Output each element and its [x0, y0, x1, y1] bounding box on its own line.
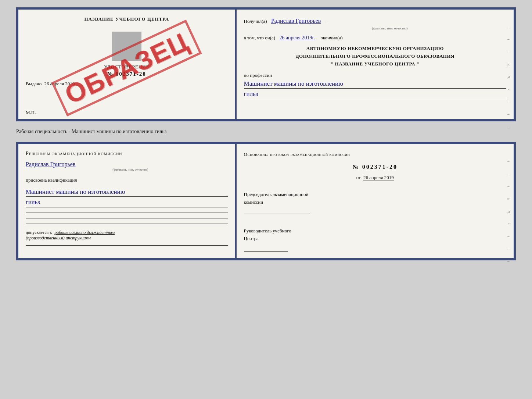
qualification-line2: гильз: [26, 197, 228, 207]
mp-row: М.П.: [26, 110, 36, 115]
issued-row: Выдано 26 апреля 2019: [26, 81, 228, 87]
head-sig-line: [244, 245, 288, 252]
decision-header: Решением экзаменационной комиссии: [26, 151, 228, 157]
bottom-right-panel: – – – и ,а ← – – – Основание: протокол э…: [237, 144, 514, 258]
issued-label: Выдано: [26, 81, 42, 86]
middle-label: Рабочая специальность - Машинист машины …: [16, 128, 516, 135]
top-left-panel: НАЗВАНИЕ УЧЕБНОГО ЦЕНТРА ОБРАЗЕЦ УДОСТОВ…: [18, 10, 235, 119]
edge-marks: – – – и ,а ← – – –: [507, 24, 511, 129]
photo-placeholder: [112, 32, 141, 61]
head-block: Руководитель учебного Центра: [244, 227, 506, 253]
bottom-number: № 002371-20: [244, 164, 506, 170]
person-name-block: Радислав Григорьев (фамилия, имя, отчест…: [26, 161, 228, 171]
bottom-date-label: от: [356, 175, 361, 180]
document-bottom: Решением экзаменационной комиссии Радисл…: [16, 142, 516, 260]
extra-lines: [26, 213, 228, 224]
basis-label: Основание: протокол экзаменационной коми…: [244, 151, 506, 158]
org-line2: ДОПОЛНИТЕЛЬНОГО ПРОФЕССИОНАЛЬНОГО ОБРАЗО…: [244, 53, 506, 60]
bottom-person-name: Радислав Григорьев: [26, 161, 75, 167]
bottom-line: [26, 245, 228, 246]
date-value: 26 апреля 2019г.: [279, 35, 315, 40]
top-right-panel: – – – и ,а ← – – – Получил(а) Радислав Г…: [237, 10, 514, 119]
допускается-label: допускается к: [26, 230, 52, 235]
profession-label: по профессии: [244, 72, 506, 78]
org-block: АВТОНОМНУЮ НЕКОММЕРЧЕСКУЮ ОРГАНИЗАЦИЮ ДО…: [244, 45, 506, 68]
date-row: в том, что он(а) 26 апреля 2019г. окончи…: [244, 34, 506, 42]
cert-block: УДОСТОВЕРЕНИЕ № 002371-20: [26, 29, 228, 77]
top-left-title: НАЗВАНИЕ УЧЕБНОГО ЦЕНТРА: [26, 16, 228, 22]
bottom-date-row: от 26 апреля 2019: [244, 175, 506, 181]
cert-number: № 002371-20: [107, 71, 146, 77]
chairman-label: Председатель экзаменационной: [244, 191, 506, 199]
qualification-value: Машинист машины по изготовлению: [26, 187, 228, 197]
chairman-block: Председатель экзаменационной комиссии: [244, 191, 506, 216]
line3: [26, 224, 228, 224]
допускается-line2: (производственным) инструкциям: [26, 235, 91, 241]
chairman-sig-line: [244, 207, 310, 214]
bottom-edge-marks: – – – и ,а ← – – –: [507, 159, 511, 263]
received-row: Получил(а) Радислав Григорьев – (фамилия…: [244, 16, 506, 31]
date-label: в том, что он(а): [244, 35, 276, 40]
chairman-label2: комиссии: [244, 199, 506, 206]
qualification-label: присвоена квалификация: [26, 177, 228, 184]
cert-label: УДОСТОВЕРЕНИЕ: [104, 64, 150, 70]
finished-label: окончил(а): [320, 35, 342, 40]
profession-line2: гильз: [244, 89, 506, 99]
допускается-block: допускается к работе согласно должностны…: [26, 230, 228, 241]
profession-value: Машинист машины по изготовлению: [244, 79, 506, 89]
qualification-value-block: Машинист машины по изготовлению гильз: [26, 186, 228, 207]
issued-date: 26 апреля 2019: [44, 81, 75, 87]
bottom-left-panel: Решением экзаменационной комиссии Радисл…: [18, 144, 235, 258]
bottom-date-value: 26 апреля 2019: [363, 175, 394, 181]
org-line1: АВТОНОМНУЮ НЕКОММЕРЧЕСКУЮ ОРГАНИЗАЦИЮ: [244, 45, 506, 53]
received-label: Получил(а): [244, 18, 267, 24]
line2: [26, 218, 228, 218]
org-line3: " НАЗВАНИЕ УЧЕБНОГО ЦЕНТРА ": [244, 60, 506, 68]
name-caption: (фамилия, имя, отчество): [273, 26, 506, 31]
bottom-name-caption: (фамилия, имя, отчество): [33, 168, 228, 171]
document-top: НАЗВАНИЕ УЧЕБНОГО ЦЕНТРА ОБРАЗЕЦ УДОСТОВ…: [16, 7, 516, 121]
допускается-value: работе согласно должностным: [54, 230, 115, 235]
line1: [26, 213, 228, 213]
recipient-name: Радислав Григорьев: [271, 18, 321, 24]
head-label: Руководитель учебного: [244, 227, 506, 235]
head-label2: Центра: [244, 235, 506, 243]
profession-block: по профессии Машинист машины по изготовл…: [244, 72, 506, 99]
